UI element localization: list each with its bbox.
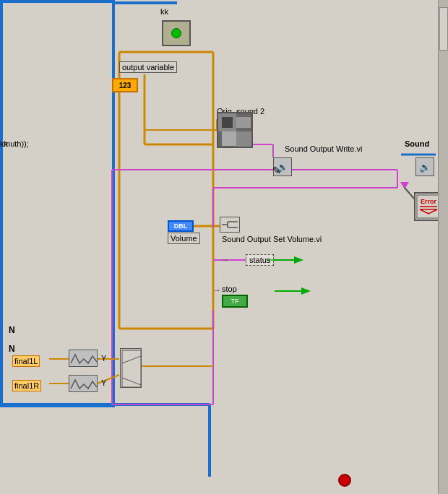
scrollbar-right[interactable] bbox=[438, 0, 448, 494]
speaker2-icon: 🔊 bbox=[419, 162, 431, 173]
svg-marker-24 bbox=[400, 182, 409, 189]
block-orig-sound[interactable] bbox=[217, 112, 253, 148]
label-final1r: final1R bbox=[12, 380, 41, 391]
label-final1l: final1L bbox=[12, 355, 40, 367]
block-tf-top[interactable] bbox=[162, 20, 191, 46]
svg-rect-0 bbox=[1, 1, 113, 406]
volume-connector-block[interactable] bbox=[220, 217, 240, 233]
label-n2: N bbox=[9, 344, 15, 354]
arrow-status: → bbox=[220, 254, 229, 265]
svg-rect-40 bbox=[236, 131, 253, 148]
label-volume: Volume bbox=[168, 233, 200, 244]
svg-rect-42 bbox=[236, 117, 251, 128]
tf-circle-top bbox=[171, 28, 181, 38]
block-tf-bottom[interactable]: TF bbox=[222, 295, 248, 308]
wire-layer bbox=[0, 0, 448, 494]
stop-circle[interactable] bbox=[338, 474, 351, 487]
svg-rect-41 bbox=[222, 117, 233, 128]
label-sound-right: Sound bbox=[405, 139, 429, 148]
label-stop: stop bbox=[222, 285, 237, 293]
svg-marker-28 bbox=[301, 287, 311, 295]
svg-rect-43 bbox=[222, 131, 236, 146]
pencil-icon: ✎ bbox=[272, 165, 281, 176]
label-kk-top: kk bbox=[160, 7, 168, 16]
block-123[interactable]: 123 bbox=[112, 78, 138, 92]
block-wave1[interactable] bbox=[69, 350, 98, 367]
label-azimuth: muth)); bbox=[4, 139, 29, 148]
label-y2: Y bbox=[101, 378, 106, 387]
svg-marker-26 bbox=[294, 256, 303, 264]
scrollbar-thumb[interactable] bbox=[439, 7, 448, 51]
label-y1: Y bbox=[101, 354, 106, 363]
block-wave2[interactable] bbox=[69, 375, 98, 392]
label-status: status bbox=[246, 254, 274, 266]
label-sound-output-write: Sound Output Write.vi bbox=[285, 144, 362, 153]
block-merge[interactable] bbox=[120, 348, 142, 388]
arrow-stop: → bbox=[212, 285, 221, 295]
block-speaker2[interactable]: 🔊 bbox=[415, 157, 434, 176]
labview-canvas: kk output variable 123 kk muth)); Orig. … bbox=[0, 0, 448, 494]
block-dbl[interactable]: DBL bbox=[168, 220, 194, 232]
label-n1: N bbox=[9, 325, 15, 335]
label-output-variable: output variable bbox=[119, 61, 177, 73]
svg-text:Error: Error bbox=[421, 198, 437, 205]
svg-line-35 bbox=[405, 188, 414, 199]
label-sound-set-volume: Sound Output Set Volume.vi bbox=[222, 235, 322, 243]
